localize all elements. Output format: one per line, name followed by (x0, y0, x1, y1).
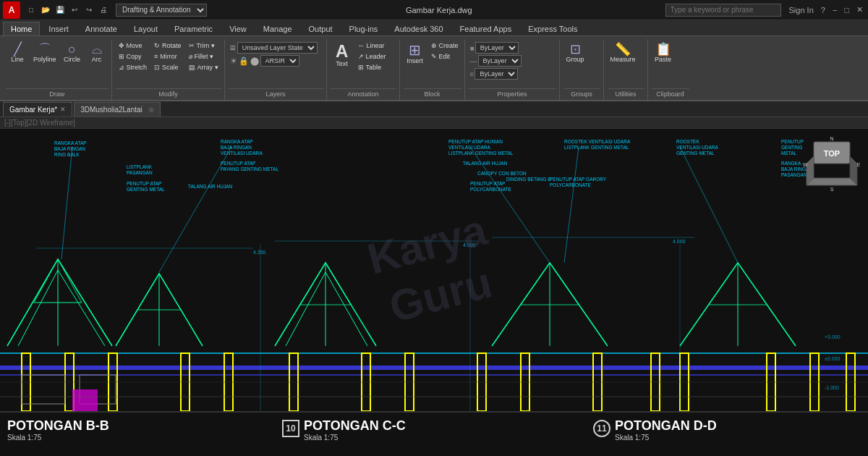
close-button[interactable]: ✕ (854, 5, 865, 14)
undo-button[interactable]: ↩ (68, 4, 81, 17)
fillet-button[interactable]: ⌀Fillet ▾ (186, 51, 221, 62)
ribbon-group-clipboard: 📋 Paste Clipboard (649, 39, 692, 100)
svg-text:LISTPLANK GENTING METAL: LISTPLANK GENTING METAL (448, 151, 514, 156)
rotate-button[interactable]: ↻Rotate (151, 41, 184, 51)
svg-text:CANOPY CON BETON: CANOPY CON BETON (477, 171, 527, 176)
scale-button[interactable]: ⊡Scale (151, 62, 184, 72)
layer-state-select[interactable]: Unsaved Layer State (237, 42, 318, 54)
groups-group-label: Groups (563, 88, 600, 98)
open-button[interactable]: 📂 (39, 4, 52, 17)
tab-manage[interactable]: Manage (255, 22, 300, 35)
utilities-group-label: Utilities (608, 88, 644, 98)
array-button[interactable]: ▤Array ▾ (186, 62, 221, 72)
svg-text:GENTING: GENTING (781, 145, 803, 150)
help-button[interactable]: ? (819, 6, 827, 14)
trim-button[interactable]: ✂Trim ▾ (186, 41, 221, 51)
section-dd-title: POTONGAN D-D (615, 418, 717, 434)
edit-button[interactable]: ✎Edit (428, 51, 461, 62)
svg-text:BAJA RINGAN: BAJA RINGAN (54, 146, 85, 151)
svg-text:TALANG AIR HUJAN: TALANG AIR HUJAN (463, 161, 508, 166)
measure-button[interactable]: 📏 Measure (608, 41, 639, 66)
group-button[interactable]: ⊡ Group (563, 41, 587, 66)
text-button[interactable]: A Text (331, 41, 354, 70)
cad-drawing[interactable]: 4.350 4.000 4.000 ±0.000 -1.000 +3.000 R… (0, 129, 868, 411)
color-select[interactable]: ByLayer (475, 42, 519, 54)
insert-button[interactable]: ⊞ Insert (404, 41, 427, 67)
line-button[interactable]: ╱ Line (6, 41, 29, 66)
tab-annotate[interactable]: Annotate (77, 22, 125, 35)
copy-button[interactable]: ⊞Copy (116, 51, 150, 62)
mirror-button[interactable]: ≡Mirror (151, 51, 184, 62)
svg-text:PENUTUP: PENUTUP (781, 139, 804, 144)
bottom-labels: POTONGAN B-B Skala 1:75 10 POTONGAN C-C … (0, 411, 868, 456)
polyline-button[interactable]: ⌒ Polyline (30, 41, 59, 66)
svg-text:ROOSTEK: ROOSTEK (676, 139, 699, 144)
svg-text:PENUTUP ATAP: PENUTUP ATAP (127, 181, 161, 186)
table-button[interactable]: ⊞Table (355, 62, 389, 72)
circle-number-10: 10 (282, 420, 299, 437)
tab-express-tools[interactable]: Express Tools (520, 22, 585, 35)
arc-button[interactable]: ⌓ Arc (85, 41, 109, 66)
linetype-select[interactable]: ByLayer (478, 55, 522, 67)
tab-insert[interactable]: Insert (41, 22, 77, 35)
modify-group-label: Modify (116, 88, 221, 98)
tab-output[interactable]: Output (301, 22, 341, 35)
save-button[interactable]: 💾 (54, 4, 67, 17)
new-button[interactable]: □ (25, 4, 38, 17)
tab-featured-apps[interactable]: Featured Apps (452, 22, 520, 35)
search-input[interactable] (665, 4, 781, 17)
layer-name-select[interactable]: ARSIR (260, 55, 299, 67)
sign-in-button[interactable]: Sign In (787, 6, 816, 14)
svg-text:PENUTUP ATAP GARORY: PENUTUP ATAP GARORY (550, 177, 607, 182)
svg-text:PENUTUP ATAP: PENUTUP ATAP (221, 161, 255, 166)
maximize-button[interactable]: □ (842, 6, 851, 14)
svg-text:+3.000: +3.000 (825, 334, 841, 339)
svg-text:DINDING BETANG B: DINDING BETANG B (506, 177, 551, 182)
file-title: Gambar Kerja.dwg (213, 6, 665, 14)
svg-text:LISTPLANK GENTING METAL: LISTPLANK GENTING METAL (564, 145, 629, 150)
svg-text:4.000: 4.000 (673, 239, 686, 244)
svg-text:BAJA RINGAN: BAJA RINGAN (221, 145, 252, 150)
quick-access-toolbar: □ 📂 💾 ↩ ↪ 🖨 (25, 4, 110, 17)
tab-view[interactable]: View (221, 22, 255, 35)
svg-text:PENUTUP ATAP: PENUTUP ATAP (470, 181, 505, 186)
close-doc-tab-1[interactable]: ✕ (60, 106, 66, 113)
svg-text:W: W (803, 162, 808, 167)
tab-parametric[interactable]: Parametric (166, 22, 221, 35)
svg-text:E: E (857, 162, 861, 167)
svg-text:TALANG AIR HUJAN: TALANG AIR HUJAN (188, 184, 233, 189)
ribbon-group-annotation: A Text ↔Linear ↗Leader ⊞Table Annotation (328, 39, 400, 100)
linear-button[interactable]: ↔Linear (355, 41, 389, 51)
tab-autodesk360[interactable]: Autodesk 360 (386, 22, 451, 35)
create-button[interactable]: ⊕Create (428, 41, 461, 51)
canvas-area[interactable]: 4.350 4.000 4.000 ±0.000 -1.000 +3.000 R… (0, 129, 868, 411)
section-dd-scale: Skala 1:75 (615, 434, 717, 442)
svg-text:PENUTUP ATAP HUNIAN: PENUTUP ATAP HUNIAN (448, 139, 503, 144)
block-group-label: Block (404, 88, 461, 98)
redo-button[interactable]: ↪ (82, 4, 95, 17)
circle-button[interactable]: ○ Circle (61, 41, 84, 66)
move-button[interactable]: ✥Move (116, 41, 150, 51)
tab-home[interactable]: Home (3, 22, 40, 35)
svg-text:RANGKA ATAP: RANGKA ATAP (54, 140, 87, 145)
ribbon-group-utilities: 📏 Measure Utilities (605, 39, 648, 100)
workspace-select[interactable]: Drafting & Annotation (116, 4, 207, 17)
lineweight-select[interactable]: ByLayer (475, 68, 518, 80)
paste-button[interactable]: 📋 Paste (652, 41, 675, 66)
svg-text:METAL: METAL (781, 151, 797, 156)
ribbon-group-groups: ⊡ Group Groups (561, 39, 604, 100)
print-button[interactable]: 🖨 (97, 4, 110, 17)
stretch-button[interactable]: ⊿Stretch (116, 62, 150, 72)
ribbon-group-draw: ╱ Line ⌒ Polyline ○ Circle ⌓ Arc Draw (3, 39, 112, 100)
minimize-button[interactable]: − (830, 6, 839, 14)
tab-plugins[interactable]: Plug-ins (341, 22, 386, 35)
nav-cube[interactable]: TOP S N W E (803, 136, 861, 194)
svg-text:-1.000: -1.000 (825, 385, 839, 390)
doc-tab-gambar-kerja[interactable]: Gambar Kerja* ✕ (3, 102, 72, 117)
annotation-group-label: Annotation (331, 88, 396, 98)
tab-layout[interactable]: Layout (126, 22, 166, 35)
svg-text:ROOSTEK VENTILASI UDARA: ROOSTEK VENTILASI UDARA (564, 139, 631, 144)
circle-number-11: 11 (593, 420, 610, 437)
doc-tab-3dmusholia[interactable]: 3DMusholia2Lantai ⊕ (74, 102, 161, 117)
leader-button[interactable]: ↗Leader (355, 51, 389, 62)
